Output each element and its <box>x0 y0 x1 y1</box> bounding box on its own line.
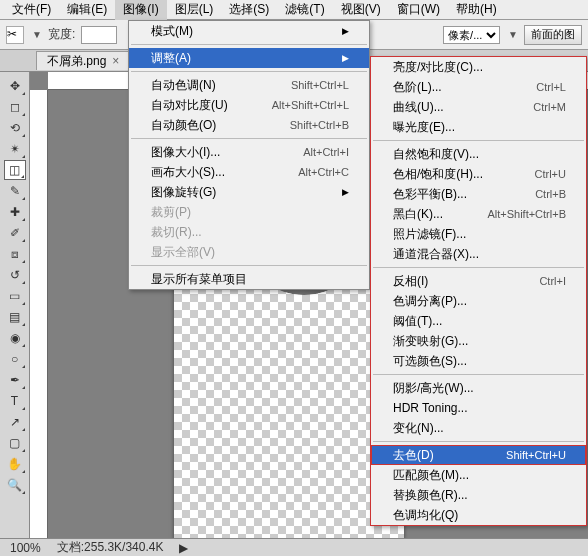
front-image-button[interactable]: 前面的图 <box>524 25 582 45</box>
document-tab[interactable]: 不屑弟.png × <box>36 51 130 70</box>
path-tool[interactable]: ↗ <box>4 412 26 432</box>
image-menu-item-12: 裁切(R)... <box>129 222 369 242</box>
zoom-level[interactable]: 100% <box>10 541 41 555</box>
pen-tool[interactable]: ✒ <box>4 370 26 390</box>
lasso-tool[interactable]: ⟲ <box>4 118 26 138</box>
eyedropper-tool[interactable]: ✎ <box>4 181 26 201</box>
menu-image[interactable]: 图像(I) <box>115 0 166 20</box>
eraser-tool[interactable]: ▭ <box>4 286 26 306</box>
adjustments-item-3[interactable]: 曝光度(E)... <box>371 117 586 137</box>
menu-item-label: 画布大小(S)... <box>151 164 225 181</box>
adjustments-item-2[interactable]: 曲线(U)...Ctrl+M <box>371 97 586 117</box>
crop-tool[interactable]: ◫ <box>4 160 26 180</box>
adjustments-item-18[interactable]: 阴影/高光(W)... <box>371 378 586 398</box>
brush-tool[interactable]: ✐ <box>4 223 26 243</box>
image-menu-item-9[interactable]: 画布大小(S)...Alt+Ctrl+C <box>129 162 369 182</box>
adjustments-item-24[interactable]: 替换颜色(R)... <box>371 485 586 505</box>
image-menu-item-4[interactable]: 自动色调(N)Shift+Ctrl+L <box>129 75 369 95</box>
adjustments-item-5[interactable]: 自然饱和度(V)... <box>371 144 586 164</box>
menu-select[interactable]: 选择(S) <box>221 0 277 20</box>
menu-view[interactable]: 视图(V) <box>333 0 389 20</box>
menu-item-label: 显示全部(V) <box>151 244 215 261</box>
menu-separator <box>373 441 584 442</box>
adjustments-item-1[interactable]: 色阶(L)...Ctrl+L <box>371 77 586 97</box>
menu-shortcut: Ctrl+I <box>509 275 566 287</box>
menu-shortcut: Alt+Shift+Ctrl+L <box>242 99 349 111</box>
image-menu-item-2[interactable]: 调整(A) <box>129 48 369 68</box>
image-menu-item-10[interactable]: 图像旋转(G) <box>129 182 369 202</box>
menu-shortcut: Ctrl+L <box>506 81 566 93</box>
adjustments-item-16[interactable]: 可选颜色(S)... <box>371 351 586 371</box>
menu-item-label: 图像旋转(G) <box>151 184 216 201</box>
crop-tool-icon[interactable]: ✂ <box>6 26 24 44</box>
adjustments-item-13[interactable]: 色调分离(P)... <box>371 291 586 311</box>
menu-filter[interactable]: 滤镜(T) <box>277 0 332 20</box>
heal-tool[interactable]: ✚ <box>4 202 26 222</box>
menu-item-label: 渐变映射(G)... <box>393 333 468 350</box>
tool-dropdown-icon[interactable]: ▼ <box>30 29 42 40</box>
adjustments-item-8[interactable]: 黑白(K)...Alt+Shift+Ctrl+B <box>371 204 586 224</box>
menu-item-label: 自动对比度(U) <box>151 97 228 114</box>
adjustments-item-15[interactable]: 渐变映射(G)... <box>371 331 586 351</box>
menu-edit[interactable]: 编辑(E) <box>59 0 115 20</box>
move-tool[interactable]: ✥ <box>4 76 26 96</box>
menu-item-label: 色彩平衡(B)... <box>393 186 467 203</box>
type-tool[interactable]: T <box>4 391 26 411</box>
menu-item-label: 色调均化(Q) <box>393 507 458 524</box>
hand-tool[interactable]: ✋ <box>4 454 26 474</box>
image-menu-item-0[interactable]: 模式(M) <box>129 21 369 41</box>
toolbox: ✥ ◻ ⟲ ✴ ◫ ✎ ✚ ✐ ⧈ ↺ ▭ ▤ ◉ ○ ✒ T ↗ ▢ ✋ 🔍 <box>0 72 30 538</box>
menu-item-label: 阈值(T)... <box>393 313 442 330</box>
adjustments-item-20[interactable]: 变化(N)... <box>371 418 586 438</box>
menu-item-label: 色调分离(P)... <box>393 293 467 310</box>
adjustments-item-23[interactable]: 匹配颜色(M)... <box>371 465 586 485</box>
menu-separator <box>131 44 367 45</box>
status-arrow-icon[interactable]: ▶ <box>179 541 188 555</box>
blur-tool[interactable]: ◉ <box>4 328 26 348</box>
history-brush-tool[interactable]: ↺ <box>4 265 26 285</box>
menu-window[interactable]: 窗口(W) <box>389 0 448 20</box>
menu-item-label: 可选颜色(S)... <box>393 353 467 370</box>
image-menu-item-6[interactable]: 自动颜色(O)Shift+Ctrl+B <box>129 115 369 135</box>
adjustments-item-25[interactable]: 色调均化(Q) <box>371 505 586 525</box>
menu-item-label: 黑白(K)... <box>393 206 443 223</box>
adjustments-item-0[interactable]: 亮度/对比度(C)... <box>371 57 586 77</box>
adjustments-item-10[interactable]: 通道混合器(X)... <box>371 244 586 264</box>
gradient-tool[interactable]: ▤ <box>4 307 26 327</box>
menu-shortcut: Shift+Ctrl+L <box>261 79 349 91</box>
adjustments-item-7[interactable]: 色彩平衡(B)...Ctrl+B <box>371 184 586 204</box>
unit-select[interactable]: 像素/... <box>443 26 500 44</box>
menu-help[interactable]: 帮助(H) <box>448 0 505 20</box>
menu-separator <box>131 71 367 72</box>
stamp-tool[interactable]: ⧈ <box>4 244 26 264</box>
menu-layer[interactable]: 图层(L) <box>167 0 222 20</box>
adjustments-item-9[interactable]: 照片滤镜(F)... <box>371 224 586 244</box>
menu-separator <box>373 267 584 268</box>
dodge-tool[interactable]: ○ <box>4 349 26 369</box>
adjustments-item-22[interactable]: 去色(D)Shift+Ctrl+U <box>371 445 586 465</box>
wand-tool[interactable]: ✴ <box>4 139 26 159</box>
menu-separator <box>373 374 584 375</box>
zoom-tool[interactable]: 🔍 <box>4 475 26 495</box>
image-menu-item-8[interactable]: 图像大小(I)...Alt+Ctrl+I <box>129 142 369 162</box>
unit-dropdown-icon[interactable]: ▼ <box>506 29 518 40</box>
menu-shortcut: Alt+Ctrl+I <box>273 146 349 158</box>
shape-tool[interactable]: ▢ <box>4 433 26 453</box>
menu-separator <box>131 265 367 266</box>
tab-close-button[interactable]: × <box>112 54 119 68</box>
image-menu-item-5[interactable]: 自动对比度(U)Alt+Shift+Ctrl+L <box>129 95 369 115</box>
width-input[interactable] <box>81 26 117 44</box>
menu-item-label: 色阶(L)... <box>393 79 442 96</box>
menu-file[interactable]: 文件(F) <box>4 0 59 20</box>
menu-shortcut: Ctrl+U <box>505 168 566 180</box>
marquee-tool[interactable]: ◻ <box>4 97 26 117</box>
menu-item-label: 自然饱和度(V)... <box>393 146 479 163</box>
adjustments-item-19[interactable]: HDR Toning... <box>371 398 586 418</box>
adjustments-item-12[interactable]: 反相(I)Ctrl+I <box>371 271 586 291</box>
adjustments-item-14[interactable]: 阈值(T)... <box>371 311 586 331</box>
adjustments-item-6[interactable]: 色相/饱和度(H)...Ctrl+U <box>371 164 586 184</box>
menu-shortcut: Alt+Shift+Ctrl+B <box>457 208 566 220</box>
menu-item-label: 自动颜色(O) <box>151 117 216 134</box>
menu-item-label: 阴影/高光(W)... <box>393 380 474 397</box>
image-menu-item-15[interactable]: 显示所有菜单项目 <box>129 269 369 289</box>
